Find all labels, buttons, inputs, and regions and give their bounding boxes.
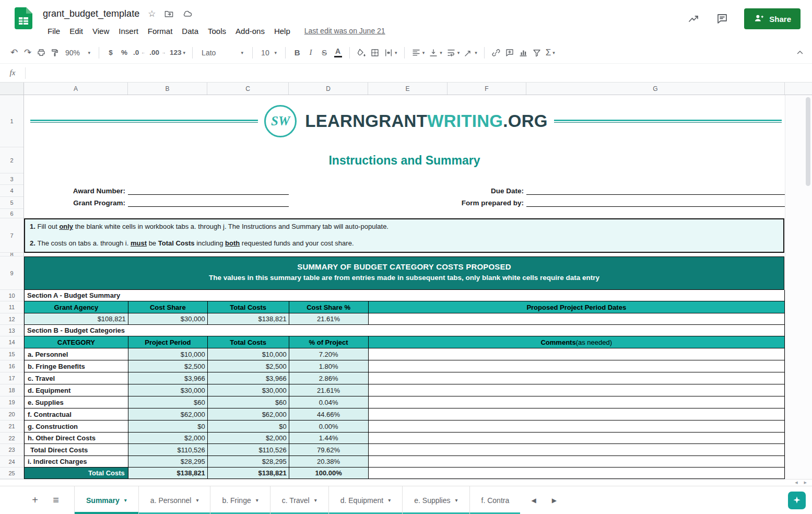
tab-caret-icon[interactable]: ▾	[455, 497, 458, 503]
comments-cell[interactable]	[369, 384, 785, 396]
menu-edit[interactable]: Edit	[65, 25, 88, 37]
category-cell[interactable]: c. Travel	[25, 372, 128, 384]
comments-cell[interactable]	[369, 456, 785, 468]
percent-cell[interactable]: 1.80%	[289, 360, 369, 372]
row-header-23[interactable]: 23	[0, 444, 23, 456]
section-a-title[interactable]: Section A - Budget Summary	[25, 290, 785, 301]
add-sheet-button[interactable]: +	[26, 492, 44, 509]
text-color-button[interactable]: A	[331, 45, 345, 60]
menu-insert[interactable]: Insert	[114, 25, 143, 37]
cost-share-value[interactable]: $30,000	[128, 313, 208, 325]
vertical-scrollbar-thumb[interactable]	[806, 97, 810, 186]
create-filter-button[interactable]	[530, 45, 544, 60]
project-period-cell[interactable]: $62,000	[128, 408, 208, 420]
comments-cell[interactable]	[369, 444, 785, 456]
form-prepared-input[interactable]	[526, 206, 785, 207]
column-header-B[interactable]: B	[128, 83, 207, 95]
row-header-13[interactable]: 13	[0, 325, 23, 336]
insert-chart-button[interactable]	[516, 45, 530, 60]
decrease-decimals-button[interactable]: .0←	[131, 45, 147, 60]
row-header-25[interactable]: 25	[0, 468, 23, 479]
document-title[interactable]: grant_budget_template	[43, 8, 139, 19]
redo-button[interactable]: ↷	[21, 45, 34, 60]
menu-tools[interactable]: Tools	[203, 25, 231, 37]
strikethrough-button[interactable]: S	[317, 45, 331, 60]
row-header-3[interactable]: 3	[0, 173, 23, 185]
scroll-left-icon[interactable]: ◀	[795, 481, 797, 485]
project-period-cell[interactable]: $30,000	[128, 384, 208, 396]
total-costs-label[interactable]: Total Costs	[25, 468, 128, 479]
row-header-15[interactable]: 15	[0, 348, 23, 360]
collapse-toolbar-button[interactable]	[793, 45, 807, 60]
category-cell[interactable]: Total Direct Costs	[25, 444, 128, 456]
menu-data[interactable]: Data	[177, 25, 203, 37]
column-header-C[interactable]: C	[207, 83, 289, 95]
row-header-8[interactable]: 8	[0, 253, 23, 256]
share-button[interactable]: Share	[744, 8, 801, 29]
tab-c-travel[interactable]: c. Travel▾	[270, 486, 329, 514]
print-button[interactable]	[34, 45, 48, 60]
total-total-costs-value[interactable]: $138,821	[208, 468, 289, 479]
row-header-24[interactable]: 24	[0, 456, 23, 468]
vertical-scrollbar-area[interactable]	[785, 95, 812, 479]
header-grant-agency[interactable]: Grant Agency	[25, 301, 128, 313]
italic-button[interactable]: I	[304, 45, 317, 60]
header-cost-share[interactable]: Cost Share	[128, 301, 208, 313]
header-project-period-dates[interactable]: Proposed Project Period Dates	[369, 301, 785, 313]
menu-view[interactable]: View	[88, 25, 114, 37]
bold-button[interactable]: B	[290, 45, 304, 60]
total-costs-cell[interactable]: $28,295	[208, 456, 289, 468]
project-period-cell[interactable]: $3,966	[128, 372, 208, 384]
total-comments-cell[interactable]	[369, 468, 785, 479]
total-costs-cell[interactable]: $2,000	[208, 433, 289, 444]
project-period-cell[interactable]: $2,000	[128, 433, 208, 444]
comments-cell[interactable]	[369, 396, 785, 408]
total-costs-cell[interactable]: $110,526	[208, 444, 289, 456]
functions-button[interactable]: Σ ▾	[544, 45, 557, 60]
header-comments[interactable]: Comments (as needed)	[369, 336, 785, 348]
due-date-input[interactable]	[526, 194, 785, 195]
comments-cell[interactable]	[369, 408, 785, 420]
menu-help[interactable]: Help	[269, 25, 295, 37]
row-header-12[interactable]: 12	[0, 313, 23, 325]
tab-caret-icon[interactable]: ▾	[256, 497, 258, 503]
row-header-14[interactable]: 14	[0, 336, 23, 348]
category-cell[interactable]: g. Construction	[25, 420, 128, 433]
row-header-16[interactable]: 16	[0, 360, 23, 372]
last-edit-link[interactable]: Last edit was on June 21	[304, 27, 385, 35]
total-project-period-value[interactable]: $138,821	[128, 468, 208, 479]
tabs-scroll-right-icon[interactable]: ▶	[552, 497, 557, 504]
percent-cell[interactable]: 79.62%	[289, 444, 369, 456]
percent-cell[interactable]: 0.04%	[289, 396, 369, 408]
award-number-input[interactable]	[128, 194, 289, 195]
fill-color-button[interactable]	[355, 45, 368, 60]
project-period-cell[interactable]: $28,295	[128, 456, 208, 468]
row-header-21[interactable]: 21	[0, 420, 23, 433]
tab-caret-icon[interactable]: ▾	[124, 497, 127, 503]
all-sheets-button[interactable]: ≡	[47, 492, 65, 509]
category-cell[interactable]: h. Other Direct Costs	[25, 433, 128, 444]
total-costs-cell[interactable]: $60	[208, 396, 289, 408]
grant-agency-value[interactable]: $108,821	[25, 313, 128, 325]
column-header-A[interactable]: A	[24, 83, 128, 95]
row-header-1[interactable]: 1	[0, 95, 23, 147]
percent-cell[interactable]: 1.44%	[289, 433, 369, 444]
zoom-select[interactable]: 90% ▾	[62, 45, 94, 60]
category-cell[interactable]: e. Supplies	[25, 396, 128, 408]
project-period-cell[interactable]: $0	[128, 420, 208, 433]
percent-cell[interactable]: 0.00%	[289, 420, 369, 433]
column-header-E[interactable]: E	[368, 83, 448, 95]
category-cell[interactable]: i. Indirect Charges	[25, 456, 128, 468]
category-cell[interactable]: d. Equipment	[25, 384, 128, 396]
borders-button[interactable]	[368, 45, 382, 60]
format-percent-button[interactable]: %	[117, 45, 131, 60]
project-period-cell[interactable]: $60	[128, 396, 208, 408]
tab-f-contra[interactable]: f. Contra	[470, 486, 520, 514]
header-project-period[interactable]: Project Period	[128, 336, 208, 348]
section-b-title[interactable]: Section B - Budget Categories	[25, 325, 785, 336]
horizontal-scrollbar[interactable]: ◀ ▶	[0, 479, 812, 486]
tab-e-supplies[interactable]: e. Supplies▾	[403, 486, 469, 514]
header-cost-share-pct[interactable]: Cost Share %	[289, 301, 369, 313]
tab-a-personnel[interactable]: a. Personnel▾	[139, 486, 211, 514]
percent-cell[interactable]: 21.61%	[289, 384, 369, 396]
